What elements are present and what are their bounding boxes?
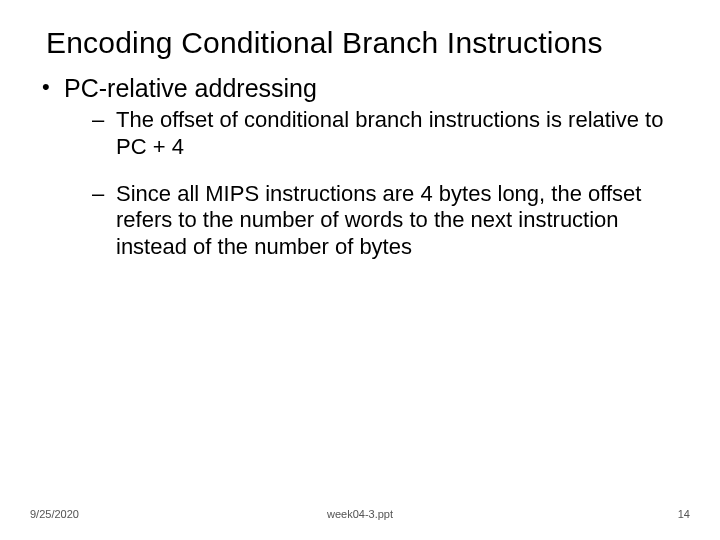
slide: Encoding Conditional Branch Instructions… bbox=[0, 0, 720, 540]
sub-bullet-list: The offset of conditional branch instruc… bbox=[64, 107, 692, 261]
bullet-list: PC-relative addressing The offset of con… bbox=[28, 74, 692, 261]
sub-bullet-2: Since all MIPS instructions are 4 bytes … bbox=[92, 181, 692, 261]
footer-file: week04-3.ppt bbox=[0, 508, 720, 520]
footer: 9/25/2020 week04-3.ppt 14 bbox=[0, 508, 720, 520]
bullet-main-text: PC-relative addressing bbox=[64, 74, 317, 102]
bullet-main: PC-relative addressing The offset of con… bbox=[34, 74, 692, 261]
sub-bullet-1: The offset of conditional branch instruc… bbox=[92, 107, 692, 161]
slide-title: Encoding Conditional Branch Instructions bbox=[46, 26, 692, 60]
